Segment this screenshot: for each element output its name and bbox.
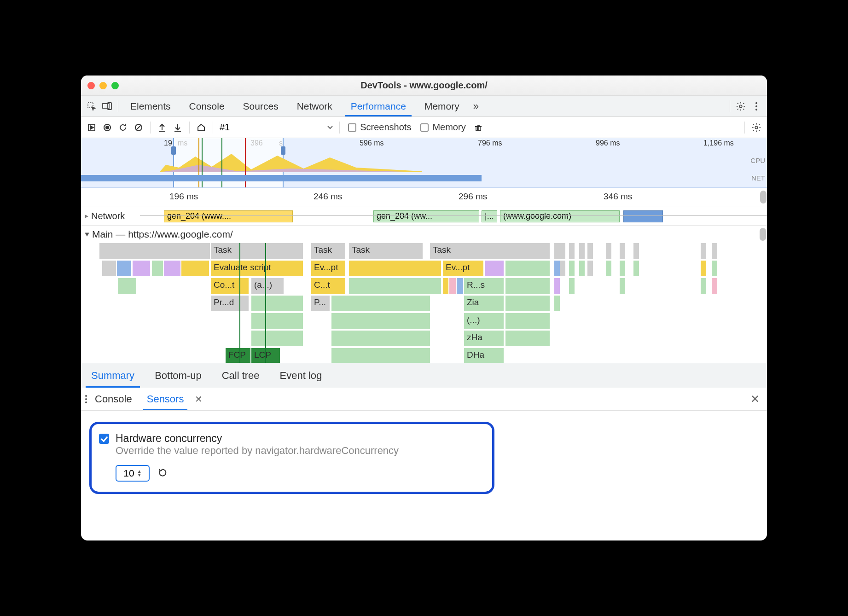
collect-garbage-icon[interactable] xyxy=(470,120,486,135)
zoom-window-button[interactable] xyxy=(111,82,119,89)
flame-segment[interactable]: FCP xyxy=(226,348,250,363)
flame-segment[interactable] xyxy=(181,261,209,276)
flame-segment[interactable] xyxy=(505,313,550,329)
flame-sliver[interactable] xyxy=(620,278,625,294)
recording-selector[interactable]: #1 xyxy=(217,122,336,133)
tabs-overflow-button[interactable]: » xyxy=(469,100,483,112)
upload-icon[interactable] xyxy=(154,120,170,135)
inspect-element-icon[interactable] xyxy=(84,99,99,114)
flame-sliver[interactable] xyxy=(554,261,560,276)
detail-timeline-ruler[interactable]: 196 ms246 ms296 ms346 ms xyxy=(81,188,767,207)
flame-segment[interactable]: R...s xyxy=(464,278,504,294)
flame-segment[interactable]: Task xyxy=(430,243,550,259)
flame-sliver[interactable] xyxy=(620,261,625,276)
flame-sliver[interactable] xyxy=(606,243,611,259)
flame-segment[interactable] xyxy=(164,261,180,276)
reset-icon[interactable] xyxy=(158,468,168,478)
device-toolbar-icon[interactable] xyxy=(99,99,115,114)
flame-segment[interactable] xyxy=(331,296,430,311)
flame-sliver[interactable] xyxy=(606,261,611,276)
drawer-tab-console[interactable]: Console xyxy=(87,388,139,410)
flame-segment[interactable] xyxy=(485,261,504,276)
flame-sliver[interactable] xyxy=(560,243,565,259)
hardware-concurrency-input[interactable]: 10 ▲▼ xyxy=(116,465,150,482)
flame-sliver[interactable] xyxy=(633,243,639,259)
capture-settings-gear-icon[interactable] xyxy=(749,120,764,135)
flame-segment[interactable]: Co...t xyxy=(211,278,249,294)
flame-sliver[interactable] xyxy=(701,278,706,294)
network-lane-header[interactable]: Network xyxy=(81,211,125,221)
flame-segment[interactable]: Task xyxy=(211,243,303,259)
screenshots-checkbox[interactable]: Screenshots xyxy=(343,122,416,133)
flame-segment[interactable]: Evaluate script xyxy=(211,261,303,276)
kebab-menu-icon[interactable] xyxy=(749,99,764,114)
flame-segment[interactable]: Ev...pt xyxy=(443,261,483,276)
download-icon[interactable] xyxy=(170,120,186,135)
flame-segment[interactable]: Zia xyxy=(464,296,504,311)
flame-sliver[interactable] xyxy=(633,261,639,276)
flame-segment[interactable]: C...t xyxy=(311,278,345,294)
flame-segment[interactable] xyxy=(99,243,210,259)
flame-segment[interactable] xyxy=(349,278,430,294)
details-tab-call-tree[interactable]: Call tree xyxy=(212,363,270,388)
flame-segment[interactable]: Task xyxy=(311,243,345,259)
minimize-window-button[interactable] xyxy=(99,82,107,89)
tab-memory[interactable]: Memory xyxy=(415,96,469,116)
flame-segment[interactable] xyxy=(505,261,550,276)
details-tab-event-log[interactable]: Event log xyxy=(270,363,332,388)
flame-segment[interactable]: Pr...d xyxy=(211,296,249,311)
close-drawer-icon[interactable]: ✕ xyxy=(747,393,763,406)
main-thread-header[interactable]: Main — https://www.google.com/ xyxy=(81,226,767,243)
number-stepper-icon[interactable]: ▲▼ xyxy=(137,470,142,477)
flame-sliver[interactable] xyxy=(554,296,560,311)
flame-sliver[interactable] xyxy=(712,278,717,294)
flame-sliver[interactable] xyxy=(579,261,585,276)
details-tab-bottom-up[interactable]: Bottom-up xyxy=(145,363,212,388)
clear-icon[interactable] xyxy=(131,120,146,135)
flame-sliver[interactable] xyxy=(579,243,585,259)
flame-segment[interactable] xyxy=(505,296,550,311)
flame-segment[interactable] xyxy=(118,278,136,294)
record-icon[interactable] xyxy=(99,120,115,135)
flame-sliver[interactable] xyxy=(554,278,560,294)
flame-segment[interactable] xyxy=(331,313,430,329)
flame-segment[interactable] xyxy=(133,261,150,276)
flame-sliver[interactable] xyxy=(587,243,593,259)
flame-segment[interactable] xyxy=(349,261,430,276)
flame-segment[interactable] xyxy=(117,261,131,276)
flame-segment[interactable]: zHa xyxy=(464,331,504,346)
toggle-record-button-icon[interactable] xyxy=(84,120,99,135)
flame-segment[interactable] xyxy=(102,261,116,276)
overview-timeline[interactable]: 19ms396s596 ms796 ms996 ms1,196 ms CPU N… xyxy=(81,138,767,188)
flame-chart[interactable]: TaskTaskTaskTaskEvaluate scriptEv...ptEv… xyxy=(81,243,767,363)
home-icon[interactable] xyxy=(193,120,209,135)
network-request-block[interactable]: gen_204 (ww... xyxy=(373,210,479,222)
tab-elements[interactable]: Elements xyxy=(121,96,180,116)
close-tab-icon[interactable]: ✕ xyxy=(191,394,206,405)
tab-network[interactable]: Network xyxy=(288,96,342,116)
flame-segment[interactable] xyxy=(152,261,163,276)
flame-segment[interactable] xyxy=(457,278,463,294)
tab-console[interactable]: Console xyxy=(180,96,234,116)
flame-segment[interactable] xyxy=(430,278,441,294)
details-tab-summary[interactable]: Summary xyxy=(81,363,145,388)
flame-segment[interactable]: DHa xyxy=(464,348,504,363)
flame-sliver[interactable] xyxy=(569,278,575,294)
hardware-concurrency-checkbox[interactable] xyxy=(99,434,109,444)
flame-segment[interactable] xyxy=(449,278,456,294)
flame-segment[interactable] xyxy=(331,348,430,363)
flame-segment[interactable] xyxy=(505,278,550,294)
flame-segment[interactable]: Task xyxy=(349,243,423,259)
flame-sliver[interactable] xyxy=(620,243,625,259)
flame-segment[interactable] xyxy=(251,313,303,329)
flame-segment[interactable] xyxy=(443,278,448,294)
network-request-block[interactable] xyxy=(623,210,663,222)
flame-sliver[interactable] xyxy=(569,261,575,276)
flame-segment[interactable]: (...) xyxy=(464,313,504,329)
network-request-block[interactable]: |... xyxy=(482,210,497,222)
network-request-block[interactable]: gen_204 (www.... xyxy=(164,210,293,222)
flame-segment[interactable] xyxy=(251,331,303,346)
flame-sliver[interactable] xyxy=(560,261,565,276)
flame-segment[interactable]: (a...) xyxy=(251,278,284,294)
memory-checkbox[interactable]: Memory xyxy=(416,122,470,133)
